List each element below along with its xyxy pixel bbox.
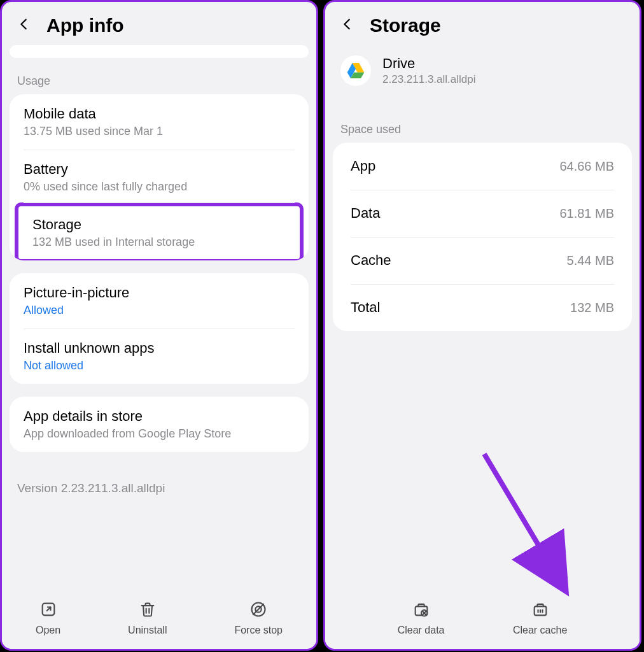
row-sub: 132 MB used in Internal storage [32, 236, 286, 249]
bottom-bar: Open Uninstall Force stop [2, 592, 316, 649]
store-card: App details in store App downloaded from… [10, 397, 309, 452]
row-sub: 13.75 MB used since Mar 1 [24, 125, 295, 138]
button-label: Uninstall [128, 625, 167, 636]
page-title: Storage [370, 15, 441, 36]
row-title: Storage [32, 216, 286, 233]
row-sub: App downloaded from Google Play Store [24, 427, 295, 441]
back-icon[interactable] [340, 17, 354, 34]
stop-icon [249, 600, 267, 621]
app-name-block: Drive 2.23.211.3.all.alldpi [382, 55, 476, 86]
usage-card: Mobile data 13.75 MB used since Mar 1 Ba… [10, 94, 309, 260]
kv-label: Cache [351, 252, 391, 269]
app-details-row[interactable]: App details in store App downloaded from… [10, 397, 309, 452]
unknown-apps-row[interactable]: Install unknown apps Not allowed [10, 329, 309, 384]
storage-row[interactable]: Storage 132 MB used in Internal storage [15, 202, 304, 260]
row-title: Install unknown apps [24, 340, 295, 357]
section-label-usage: Usage [2, 64, 316, 94]
app-name: Drive [382, 55, 476, 72]
row-sub: 0% used since last fully charged [24, 180, 295, 194]
open-icon [39, 600, 57, 621]
clear-data-button[interactable]: Clear data [398, 600, 445, 636]
bottom-bar: Clear data Clear cache [325, 592, 640, 649]
header: Storage [325, 2, 640, 45]
blank-card [10, 45, 309, 58]
kv-label: Total [351, 299, 380, 316]
pip-row[interactable]: Picture-in-picture Allowed [10, 273, 309, 329]
row-title: App details in store [24, 408, 295, 425]
kv-label: Data [351, 205, 380, 222]
drive-app-icon [340, 55, 371, 86]
kv-value: 64.66 MB [559, 159, 614, 174]
storage-row-container: Storage 132 MB used in Internal storage [10, 202, 309, 260]
app-size-row: App 64.66 MB [333, 143, 632, 190]
page-title: App info [46, 15, 124, 36]
battery-row[interactable]: Battery 0% used since last fully charged [10, 150, 309, 205]
kv-value: 61.81 MB [559, 206, 614, 221]
uninstall-button[interactable]: Uninstall [128, 600, 167, 636]
trash-icon [139, 600, 157, 621]
row-sub: Allowed [24, 304, 295, 317]
button-label: Clear cache [513, 625, 567, 636]
app-header: Drive 2.23.211.3.all.alldpi [325, 45, 640, 97]
button-label: Open [36, 625, 60, 636]
version-text: Version 2.23.211.3.all.alldpi [2, 465, 316, 512]
kv-value: 5.44 MB [567, 253, 614, 268]
kv-value: 132 MB [570, 301, 614, 315]
kv-label: App [351, 158, 375, 174]
row-title: Mobile data [24, 106, 295, 122]
section-label-space: Space used [325, 97, 640, 143]
clear-data-icon [412, 600, 430, 621]
force-stop-button[interactable]: Force stop [234, 600, 283, 636]
total-size-row: Total 132 MB [333, 284, 632, 331]
button-label: Force stop [234, 625, 283, 636]
open-button[interactable]: Open [36, 600, 60, 636]
svg-line-5 [253, 604, 263, 614]
data-size-row: Data 61.81 MB [333, 190, 632, 237]
row-sub: Not allowed [24, 359, 295, 372]
button-label: Clear data [398, 625, 445, 636]
app-version: 2.23.211.3.all.alldpi [382, 73, 476, 86]
header: App info [2, 2, 316, 45]
back-icon[interactable] [17, 17, 31, 34]
mobile-data-row[interactable]: Mobile data 13.75 MB used since Mar 1 [10, 94, 309, 150]
clear-cache-button[interactable]: Clear cache [513, 600, 567, 636]
storage-screen: Storage Drive 2.23.211.3.all.alldpi Spac… [323, 0, 641, 651]
row-title: Battery [24, 161, 295, 178]
storage-breakdown-card: App 64.66 MB Data 61.81 MB Cache 5.44 MB… [333, 143, 632, 331]
cache-size-row: Cache 5.44 MB [333, 237, 632, 284]
clear-cache-icon [531, 600, 549, 621]
permissions-card: Picture-in-picture Allowed Install unkno… [10, 273, 309, 384]
row-title: Picture-in-picture [24, 285, 295, 301]
app-info-screen: App info Usage Mobile data 13.75 MB used… [0, 0, 318, 651]
